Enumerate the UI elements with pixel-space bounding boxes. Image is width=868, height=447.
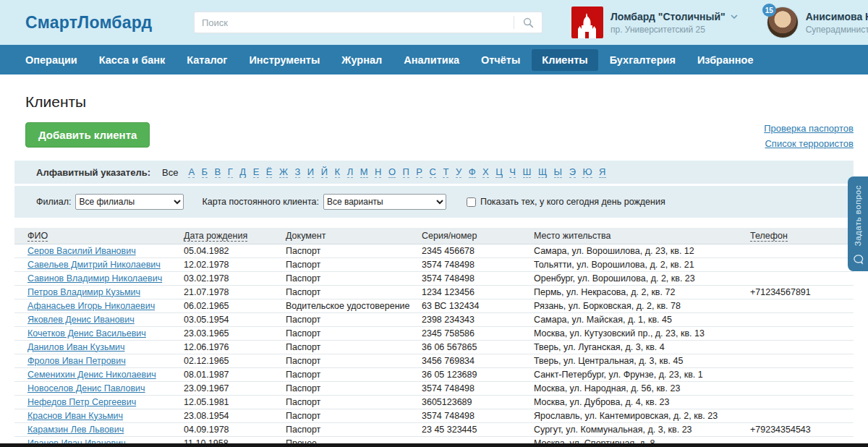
alphabet-letter-20[interactable]: У (456, 166, 461, 178)
client-name-link[interactable]: Краснов Иван Кузьмич (27, 411, 123, 421)
alphabet-letter-0[interactable]: А (188, 166, 195, 178)
alphabet-letter-12[interactable]: Л (347, 166, 354, 178)
alphabet-letter-15[interactable]: О (388, 166, 396, 178)
nav-item-2[interactable]: Каталог (176, 49, 237, 71)
alphabet-letter-26[interactable]: Щ (538, 166, 547, 178)
alphabet-letter-4[interactable]: Д (239, 166, 246, 178)
cell-phone (750, 354, 854, 367)
client-name-link[interactable]: Афанасьев Игорь Николаевич (27, 301, 155, 311)
alphabet-letter-21[interactable]: Ф (469, 166, 476, 178)
alphabet-letter-16[interactable]: П (403, 166, 409, 178)
clients-table: ФИОДата рожденияДокументСерия/номерМесто… (14, 228, 854, 447)
alphabet-letter-1[interactable]: Б (202, 166, 208, 178)
alphabet-letter-28[interactable]: Э (569, 166, 576, 178)
alphabet-letter-6[interactable]: Ё (266, 166, 273, 178)
client-name-link[interactable]: Карамзин Лев Львович (27, 425, 124, 435)
cell-document: Паспорт (286, 340, 422, 354)
page-title: Клиенты (25, 93, 854, 111)
nav-item-4[interactable]: Журнал (331, 49, 392, 71)
alphabet-letter-23[interactable]: Ц (495, 166, 503, 178)
alphabet-letter-14[interactable]: Н (375, 166, 381, 178)
col-birthdate-label[interactable]: Дата рождения (184, 231, 247, 242)
nav-item-6[interactable]: Отчёты (471, 49, 530, 71)
alphabet-letter-30[interactable]: Я (599, 166, 605, 178)
client-name-link[interactable]: Нефедов Петр Сергеевич (27, 397, 136, 407)
cell-phone (750, 409, 854, 422)
alphabet-letter-8[interactable]: З (295, 166, 301, 178)
alphabet-letter-3[interactable]: Г (228, 166, 233, 178)
ask-question-tab[interactable]: Задать вопрос (848, 176, 868, 271)
col-phone[interactable]: Телефон (750, 228, 854, 244)
alphabet-letter-9[interactable]: И (307, 166, 314, 178)
search-box (194, 12, 542, 33)
user-menu[interactable]: 15 Анисимова Ю... Суперадминистратор (767, 7, 868, 38)
nav-item-8[interactable]: Бухгалтерия (600, 49, 686, 71)
user-avatar-wrap: 15 (767, 7, 799, 38)
alphabet-letter-29[interactable]: Ю (582, 166, 592, 178)
cell-document: Паспорт (286, 244, 422, 257)
alphabet-all[interactable]: Все (162, 167, 178, 178)
passport-check-link[interactable]: Проверка паспортов (764, 123, 854, 134)
col-fio-label[interactable]: ФИО (27, 231, 48, 242)
alphabet-letter-11[interactable]: К (335, 166, 341, 178)
cell-phone (750, 271, 854, 285)
cell-name: Савинов Владимир Николаевич (14, 271, 184, 285)
col-birthdate[interactable]: Дата рождения (184, 228, 286, 244)
terrorist-list-link[interactable]: Список террористов (765, 138, 854, 149)
client-name-link[interactable]: Семенихин Денис Николаевич (27, 370, 156, 380)
birthday-checkbox[interactable] (467, 197, 476, 207)
alphabet-letters: АБВГДЕЁЖЗИЙКЛМНОПРСТУФХЦЧШЩЫЭЮЯ (188, 166, 613, 177)
nav-item-7[interactable]: Клиенты (532, 49, 597, 71)
add-client-button[interactable]: Добавить клиента (25, 122, 150, 148)
cell-phone (750, 326, 854, 340)
alphabet-letter-27[interactable]: Ы (554, 166, 563, 178)
cell-name: Карамзин Лев Львович (14, 422, 184, 436)
alphabet-letter-19[interactable]: Т (443, 166, 448, 178)
birthday-filter: Показать тех, у кого сегодня день рожден… (467, 197, 665, 207)
alphabet-letter-24[interactable]: Ч (509, 166, 516, 178)
alphabet-letter-22[interactable]: Х (482, 166, 489, 178)
company-address: пр. Университетский 25 (610, 25, 738, 35)
alphabet-letter-17[interactable]: Р (416, 166, 422, 178)
client-name-link[interactable]: Фролов Иван Петрович (27, 356, 126, 366)
alphabet-letter-7[interactable]: Ж (279, 166, 288, 178)
company-selector[interactable]: Ломбард "Столичный" пр. Университетский … (571, 7, 738, 38)
alphabet-letter-2[interactable]: В (215, 166, 221, 178)
client-name-link[interactable]: Яковлев Денис Иванович (27, 315, 135, 325)
cell-address: Оренбург, ул. Ворошилова, д. 2, кв. 23 (534, 271, 750, 285)
nav-item-5[interactable]: Аналитика (393, 49, 469, 71)
cell-birthdate: 21.07.1978 (184, 285, 286, 299)
user-role: Суперадминистратор (806, 25, 868, 35)
cell-name: Краснов Иван Кузьмич (14, 409, 184, 422)
col-phone-label[interactable]: Телефон (750, 231, 788, 242)
col-fio[interactable]: ФИО (14, 228, 184, 244)
cell-name: Фролов Иван Петрович (14, 354, 184, 367)
client-name-link[interactable]: Петров Владимир Кузьмич (27, 287, 140, 297)
client-name-link[interactable]: Кочетков Денис Васильевич (27, 328, 146, 339)
cell-address: Тверь, ул. Центральная, д. 3, кв. 45 (534, 354, 750, 367)
cell-birthdate: 03.02.1978 (184, 271, 286, 285)
cell-name: Петров Владимир Кузьмич (14, 285, 184, 299)
alphabet-label: Алфавитный указатель: (36, 167, 150, 178)
alphabet-letter-5[interactable]: Е (253, 166, 260, 178)
client-name-link[interactable]: Данилов Иван Кузьмич (27, 342, 124, 352)
alphabet-letter-18[interactable]: С (430, 166, 436, 178)
app-logo[interactable]: СмартЛомбард (25, 13, 194, 33)
branch-select[interactable]: Все филиалы (75, 194, 184, 210)
client-name-link[interactable]: Савельев Дмитрий Николаевич (27, 260, 161, 270)
search-input[interactable] (195, 17, 514, 28)
alphabet-letter-13[interactable]: М (360, 166, 368, 178)
alphabet-letter-25[interactable]: Ш (523, 166, 532, 178)
cell-address: Тверь, ул. Луганская, д. 3, кв. 4 (534, 340, 750, 354)
client-name-link[interactable]: Новоселов Денис Павлович (27, 383, 145, 393)
nav-item-1[interactable]: Касса и банк (89, 49, 175, 71)
search-button[interactable] (514, 12, 542, 33)
nav-item-9[interactable]: Избранное (687, 49, 764, 71)
alphabet-letter-10[interactable]: Й (321, 166, 328, 178)
cell-name: Новоселов Денис Павлович (14, 381, 184, 395)
client-name-link[interactable]: Серов Василий Иванович (27, 246, 136, 256)
nav-item-0[interactable]: Операции (15, 49, 88, 71)
client-name-link[interactable]: Савинов Владимир Николаевич (27, 273, 162, 284)
card-select[interactable]: Все варианты (323, 194, 446, 210)
nav-item-3[interactable]: Инструменты (239, 49, 330, 71)
